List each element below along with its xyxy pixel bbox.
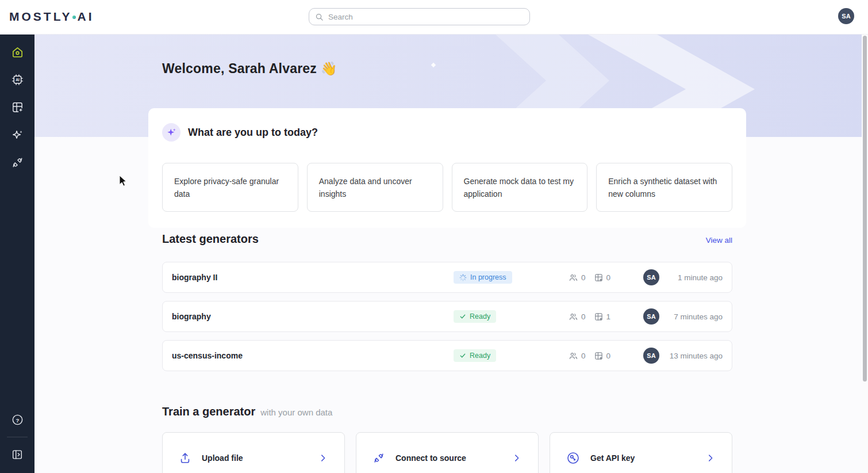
chevron-right-icon — [318, 453, 328, 463]
owner-avatar: SA — [643, 308, 659, 325]
check-icon — [459, 313, 466, 320]
tables-count: 0 — [606, 273, 611, 282]
sidebar: AI ? — [0, 35, 34, 473]
collapse-panel-icon — [11, 448, 24, 461]
help-button[interactable]: ? — [0, 406, 34, 433]
tables-count: 0 — [606, 352, 611, 360]
datasets-icon — [11, 101, 24, 114]
logo-dot — [72, 16, 76, 19]
chevron-right-icon — [512, 453, 522, 463]
sidebar-item-connectors[interactable] — [0, 148, 34, 176]
card-label: Get API key — [590, 453, 635, 463]
latest-generators-title: Latest generators — [162, 232, 259, 246]
status-label: Ready — [470, 312, 490, 321]
status-label: Ready — [470, 352, 490, 360]
owner-avatar: SA — [643, 269, 659, 285]
search-input[interactable] — [328, 13, 524, 21]
collapse-sidebar-button[interactable] — [0, 441, 34, 468]
welcome-title: Welcome, Sarah Alvarez 👋 — [162, 61, 337, 77]
subjects-stat: 0 — [569, 273, 586, 283]
generator-name: biography — [172, 312, 454, 321]
prompt-title: What are you up to today? — [188, 127, 318, 139]
people-icon — [569, 312, 578, 322]
tables-count: 1 — [606, 312, 611, 321]
status-badge: Ready — [454, 349, 496, 362]
option-explore-data[interactable]: Explore privacy-safe granular data — [162, 163, 298, 212]
generator-row[interactable]: biography II In progress — [162, 262, 732, 293]
subjects-count: 0 — [581, 352, 586, 360]
people-icon — [569, 351, 578, 361]
option-label: Analyze data and uncover insights — [319, 175, 431, 200]
sidebar-item-generators[interactable]: AI — [0, 66, 34, 93]
train-generator-title: Train a generator — [162, 405, 255, 418]
mouse-cursor — [119, 175, 127, 187]
sidebar-divider — [7, 437, 28, 437]
home-icon — [11, 45, 24, 59]
option-generate-mock-data[interactable]: Generate mock data to test my applicatio… — [452, 163, 588, 212]
view-all-link[interactable]: View all — [706, 236, 732, 245]
status-label: In progress — [470, 273, 506, 281]
option-label: Enrich a synthetic dataset with new colu… — [608, 175, 720, 200]
sidebar-item-assistant[interactable] — [0, 121, 34, 148]
spinner-icon — [459, 274, 467, 281]
user-avatar[interactable]: SA — [838, 8, 854, 24]
scrollbar-thumb[interactable] — [863, 36, 867, 382]
welcome-text: Welcome, Sarah Alvarez — [162, 61, 317, 76]
get-api-key-card[interactable]: Get API key — [550, 432, 732, 473]
subjects-count: 0 — [581, 312, 586, 321]
tables-stat: 0 — [594, 273, 611, 283]
updated-time: 7 minutes ago — [669, 312, 723, 321]
logo-text-right: AI — [78, 10, 94, 24]
connect-icon — [372, 452, 385, 464]
option-label: Explore privacy-safe granular data — [174, 175, 286, 200]
subjects-stat: 0 — [569, 351, 586, 361]
search-icon — [315, 13, 324, 21]
tables-stat: 0 — [594, 351, 611, 361]
people-icon — [569, 273, 578, 283]
svg-text:?: ? — [16, 417, 19, 423]
connect-to-source-card[interactable]: Connect to source — [356, 432, 539, 473]
ai-chip-icon: AI — [11, 73, 24, 86]
sidebar-item-home[interactable] — [0, 38, 34, 66]
owner-avatar: SA — [643, 348, 659, 364]
mostly-ai-logo[interactable]: MOSTLY AI — [9, 10, 94, 24]
option-label: Generate mock data to test my applicatio… — [464, 175, 576, 200]
prompt-card: What are you up to today? Explore privac… — [148, 108, 746, 228]
generator-row[interactable]: biography Ready 0 1 SA 7 minutes ago — [162, 301, 732, 332]
plug-icon — [11, 156, 24, 169]
logo-text-left: MOSTLY — [9, 10, 72, 24]
assistant-sparkle-badge — [162, 123, 180, 142]
generator-row[interactable]: us-census-income Ready 0 0 SA 13 minutes… — [162, 340, 732, 371]
scrollbar-track — [862, 35, 868, 473]
help-icon: ? — [11, 413, 24, 426]
updated-time: 1 minute ago — [669, 273, 723, 282]
tables-stat: 1 — [594, 312, 611, 322]
card-label: Connect to source — [395, 453, 466, 463]
api-key-icon — [566, 451, 580, 465]
subjects-stat: 0 — [569, 312, 586, 322]
sparkle-icon — [166, 127, 176, 138]
topbar: MOSTLY AI SA — [0, 0, 868, 35]
generator-name: biography II — [172, 273, 454, 282]
table-icon — [594, 312, 604, 322]
upload-file-card[interactable]: Upload file — [162, 432, 345, 473]
option-analyze-data[interactable]: Analyze data and uncover insights — [307, 163, 443, 212]
sparkles-icon — [11, 128, 24, 142]
table-icon — [594, 351, 604, 361]
updated-time: 13 minutes ago — [669, 352, 723, 360]
card-label: Upload file — [202, 453, 243, 463]
chevron-right-icon — [705, 453, 716, 463]
sidebar-item-datasets[interactable] — [0, 93, 34, 121]
status-badge: Ready — [454, 310, 496, 323]
option-enrich-dataset[interactable]: Enrich a synthetic dataset with new colu… — [596, 163, 732, 212]
svg-text:AI: AI — [16, 78, 20, 82]
wave-emoji: 👋 — [321, 61, 337, 76]
table-icon — [594, 273, 604, 283]
generator-name: us-census-income — [172, 351, 454, 360]
upload-icon — [179, 452, 191, 464]
train-generator-subtitle: with your own data — [260, 407, 332, 417]
subjects-count: 0 — [581, 273, 586, 282]
check-icon — [459, 352, 466, 359]
search-bar[interactable] — [309, 8, 530, 25]
status-badge: In progress — [454, 271, 512, 284]
